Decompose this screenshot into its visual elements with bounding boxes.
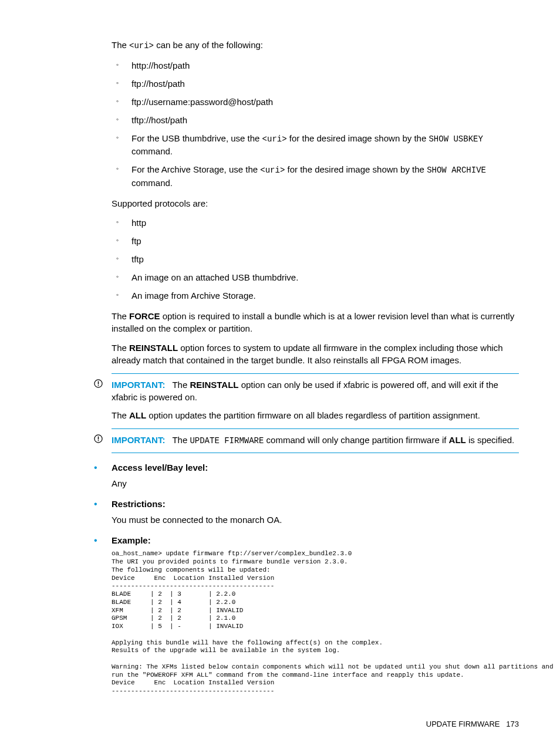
access-level-section: Access level/Bay level: Any [94,461,519,490]
uri-list: http://host/path ftp://host/path ftp://u… [112,59,519,189]
page-footer: UPDATE FIRMWARE 173 [29,719,519,730]
example-heading: Example: [112,534,519,546]
uri-intro: The <uri> can be any of the following: [112,39,519,52]
important-icon [94,434,112,443]
access-level-body: Any [112,477,519,490]
force-option-paragraph: The FORCE option is required to install … [112,310,519,335]
example-section: Example: oa_host_name> update firmware f… [94,534,519,696]
list-item: ftp://username:password@host/path [112,96,519,108]
svg-rect-1 [98,381,99,384]
divider [112,373,519,374]
svg-rect-5 [98,440,99,441]
page-number: 173 [506,720,519,728]
important-icon [94,379,112,388]
list-item: http [112,217,519,229]
supported-protocols-label: Supported protocols are: [112,197,519,210]
page-content: The <uri> can be any of the following: h… [112,39,519,696]
list-item: tftp [112,253,519,265]
important-label: IMPORTANT: [112,380,165,390]
restrictions-heading: Restrictions: [112,498,519,510]
list-item: An image on an attached USB thumbdrive. [112,271,519,283]
divider [112,428,519,429]
svg-rect-4 [98,436,99,439]
example-code-block: oa_host_name> update firmware ftp://serv… [112,550,519,696]
footer-title: UPDATE FIRMWARE [426,720,500,728]
list-item: An image from Archive Storage. [112,289,519,302]
list-item: For the USB thumbdrive, use the <uri> fo… [112,132,519,158]
important-label: IMPORTANT: [112,435,165,445]
restrictions-section: Restrictions: You must be connected to t… [94,498,519,526]
reinstall-option-paragraph: The REINSTALL option forces to system to… [112,342,519,366]
svg-rect-2 [98,385,99,386]
list-item: http://host/path [112,59,519,72]
uri-code: <uri> [129,41,154,50]
protocol-list: http ftp tftp An image on an attached US… [112,217,519,302]
important-note-reinstall: IMPORTANT:The REINSTALL option can only … [94,379,519,403]
list-item: ftp://host/path [112,77,519,90]
divider [112,453,519,453]
list-item: tftp://host/path [112,114,519,126]
list-item: ftp [112,235,519,247]
important-note-update-firmware: IMPORTANT:The UPDATE FIRMWARE command wi… [94,434,519,447]
access-level-heading: Access level/Bay level: [112,461,519,474]
restrictions-body: You must be connected to the monarch OA. [112,514,519,526]
list-item: For the Archive Storage, use the <uri> f… [112,163,519,189]
all-option-paragraph: The ALL option updates the partition fir… [112,409,519,421]
